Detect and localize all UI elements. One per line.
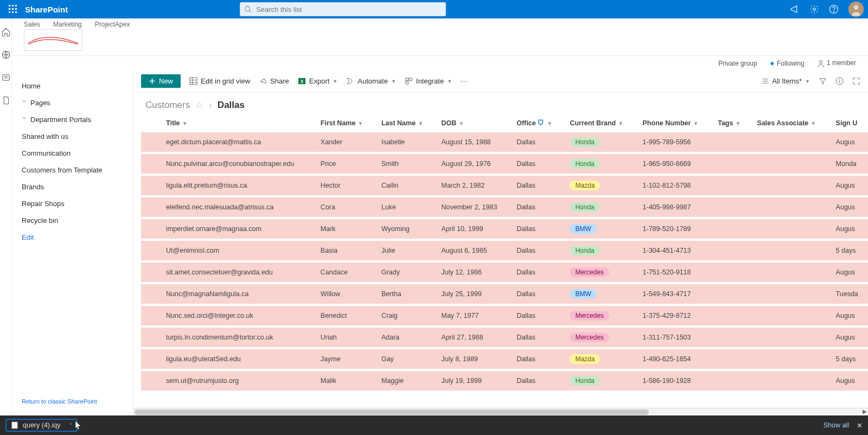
cell-title: sit.amet.consectetuer@gravida.edu [159,261,314,283]
help-icon[interactable] [829,4,839,14]
favorite-icon[interactable]: ☆ [195,99,203,111]
nav-communication[interactable]: Communication [20,145,125,162]
cell-sign: Augus [829,370,868,392]
cell-office: Dallas [510,305,563,327]
plus-icon [149,78,156,85]
cell-office: Dallas [510,240,563,261]
globe-icon[interactable] [1,50,11,60]
nav-brands[interactable]: Brands [20,178,125,195]
table-row[interactable]: ligula.elit.pretium@risus.caHectorCailin… [141,175,868,196]
table-row[interactable]: turpis.In.condimentum@tortor.co.ukUriahA… [141,327,868,348]
site-header: Sales Marketing ProjectApex [12,18,868,56]
integrate-button[interactable]: Integrate ▼ [405,77,452,85]
megaphone-icon[interactable] [790,4,800,14]
user-avatar[interactable] [848,2,864,17]
cell-sign: Augus [829,261,868,283]
cell-sign: Augus [829,218,868,240]
cell-office: Dallas [510,348,563,370]
table-row[interactable]: imperdiet.ornare@magnaa.comMarkWyomingAp… [141,218,868,240]
download-item[interactable]: query (4).iqy ˄ [5,419,78,432]
site-logo[interactable] [24,29,82,51]
nav-customers-from-template[interactable]: Customers from Template [20,162,125,178]
nav-home[interactable]: Home [20,78,125,94]
hub-nav-item[interactable]: Sales [24,21,40,28]
col-first-name[interactable]: First Name▼ [314,114,375,132]
cell-phone: 1-549-843-4717 [636,283,712,305]
cell-first-name: Xander [314,132,375,153]
cell-phone: 1-995-789-5956 [636,132,712,153]
col-title[interactable]: Title▼ [159,114,314,132]
return-classic-link[interactable]: Return to classic SharePoint [20,395,125,408]
col-tags[interactable]: Tags▼ [711,114,750,132]
cell-title: Nunc.pulvinar.arcu@conubianostraper.edu [159,153,314,175]
edit-in-grid-button[interactable]: Edit in grid view [189,77,250,85]
following-toggle[interactable]: ★ Following [769,60,805,67]
search-input[interactable] [256,5,442,14]
export-button[interactable]: X Export ▼ [298,77,338,85]
cell-title: turpis.In.condimentum@tortor.co.uk [159,327,314,348]
table-row[interactable]: Nunc.sed.orci@Integer.co.ukBenedictCraig… [141,305,868,327]
news-icon[interactable] [1,73,11,82]
list-name[interactable]: Customers [145,100,190,111]
table-row[interactable]: Nunc.pulvinar.arcu@conubianostraper.eduP… [141,153,868,175]
col-current-brand[interactable]: Current Brand▼ [563,114,636,132]
new-button[interactable]: New [141,74,181,88]
table-row[interactable]: Ut@enimnisl.comBasiaJulieAugust 6, 1985D… [141,240,868,261]
table-row[interactable]: sem.ut@rutrumjusto.orgMalikMaggieJuly 19… [141,370,868,392]
table-row[interactable]: sit.amet.consectetuer@gravida.eduCandace… [141,261,868,283]
close-icon[interactable]: ✕ [857,421,863,430]
info-pane-icon[interactable] [835,77,844,85]
show-all-link[interactable]: Show all [824,421,849,429]
nav-shared-with-us[interactable]: Shared with us [20,128,125,145]
col-dob[interactable]: DOB▼ [435,114,510,132]
app-launcher-icon[interactable] [4,5,22,14]
members-link[interactable]: 1 member [816,59,856,68]
nav-department-portals[interactable]: ›Department Portals [20,111,125,128]
table-row[interactable]: ligula.eu@uteratSed.eduJaymeGayJuly 8, 1… [141,348,868,370]
hub-nav-item[interactable]: Marketing [53,21,82,28]
cell-brand: Honda [563,240,636,261]
svg-rect-5 [15,8,17,10]
settings-icon[interactable] [809,4,819,14]
chevron-up-icon[interactable]: ˄ [69,423,72,428]
cell-dob: July 19, 1999 [435,370,510,392]
search-box[interactable] [240,2,446,16]
col-office[interactable]: Office ⛉▼ [510,114,563,132]
nav-pages[interactable]: ›Pages [20,94,125,111]
cell-dob: July 12, 1986 [435,261,510,283]
table-row[interactable]: eget.dictum.placerat@mattis.caXanderIsab… [141,132,868,153]
col-sales-associate[interactable]: Sales Associate▼ [751,114,829,132]
col-sign-up[interactable]: Sign U [829,114,868,132]
cell-dob: March 2, 1982 [435,175,510,196]
more-actions-button[interactable]: ⋯ [461,77,468,85]
col-last-name[interactable]: Last Name▼ [375,114,435,132]
cell-phone: 1-751-520-9118 [636,261,712,283]
table-row[interactable]: eleifend.nec.malesuada@atrisus.caCoraLuk… [141,196,868,218]
filter-pane-icon[interactable] [819,77,827,85]
horizontal-scrollbar[interactable]: ▶ [133,408,868,415]
cell-dob: November 2, 1983 [435,196,510,218]
svg-text:X: X [300,79,303,84]
table-row[interactable]: Nunc@magnaNamligula.caWillowBerthaJuly 2… [141,283,868,305]
nav-repair-shops[interactable]: Repair Shops [20,195,125,212]
cell-last-name: Adara [375,327,435,348]
cell-last-name: Gay [375,348,435,370]
expand-icon[interactable] [852,77,860,85]
svg-rect-4 [12,8,14,10]
cell-phone: 1-586-190-1928 [636,370,712,392]
cell-assoc [751,218,829,240]
automate-button[interactable]: Automate ▼ [346,77,396,85]
nav-edit[interactable]: Edit [20,229,125,246]
cell-last-name: Cailin [375,175,435,196]
share-button[interactable]: Share [259,77,289,85]
list-grid: Title▼ First Name▼ Last Name▼ DOB▼ Offic… [133,114,868,408]
nav-recycle-bin[interactable]: Recycle bin [20,212,125,229]
view-switcher[interactable]: All Items* ▼ [761,77,810,85]
home-icon[interactable] [1,27,11,37]
files-icon[interactable] [1,95,11,105]
brand-label[interactable]: SharePoint [25,5,68,14]
col-phone-number[interactable]: Phone Number▼ [636,114,712,132]
hub-nav-item[interactable]: ProjectApex [95,21,130,28]
cell-assoc [751,196,829,218]
group-type: Private group [718,60,757,67]
